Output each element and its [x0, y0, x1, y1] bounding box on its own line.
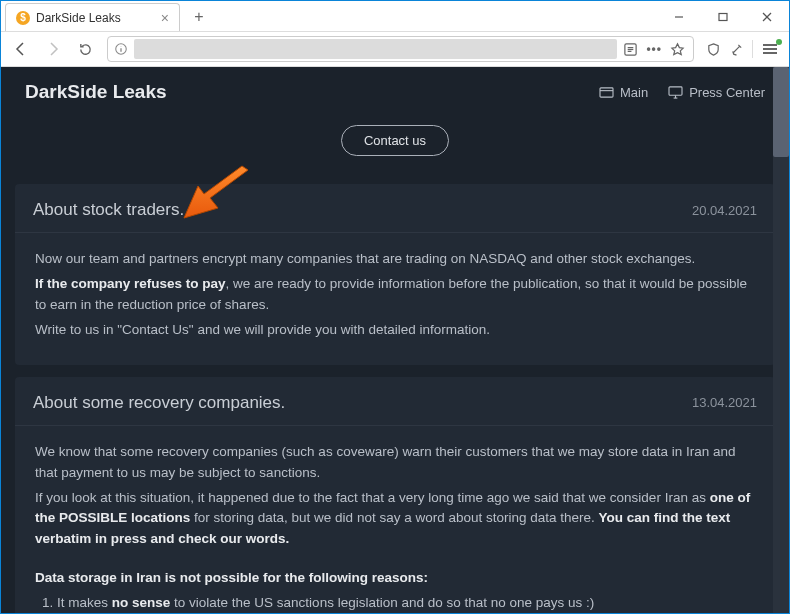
- bookmark-icon[interactable]: [670, 42, 685, 57]
- nav-main-label: Main: [620, 85, 648, 100]
- post-text: Write to us in "Contact Us" and we will …: [35, 320, 755, 341]
- divider: [752, 40, 753, 58]
- post-date: 20.04.2021: [692, 203, 757, 218]
- list-item: It makes no sense to violate the US sanc…: [57, 593, 755, 613]
- post-title: About stock traders.: [33, 200, 184, 220]
- site-brand[interactable]: DarkSide Leaks: [25, 81, 167, 103]
- close-tab-icon[interactable]: ×: [161, 10, 169, 26]
- browser-tab[interactable]: $ DarkSide Leaks ×: [5, 3, 180, 31]
- back-button[interactable]: [7, 35, 35, 63]
- sparkle-icon[interactable]: [729, 42, 744, 57]
- post-text-bold: Data storage in Iran is not possible for…: [35, 570, 428, 585]
- post-date: 13.04.2021: [692, 395, 757, 410]
- page-viewport: DarkSide Leaks Main Press Center Contact…: [1, 67, 789, 613]
- post-text-bold: no sense: [112, 595, 171, 610]
- menu-button[interactable]: [761, 42, 779, 56]
- reasons-list: It makes no sense to violate the US sanc…: [35, 593, 755, 613]
- close-window-button[interactable]: [745, 3, 789, 31]
- page-actions-icon[interactable]: •••: [646, 42, 662, 56]
- window-title-bar: $ DarkSide Leaks × +: [1, 1, 789, 31]
- main-icon: [599, 86, 614, 99]
- reload-button[interactable]: [71, 35, 99, 63]
- post-body: We know that some recovery companies (su…: [15, 426, 775, 613]
- contact-us-button[interactable]: Contact us: [341, 125, 449, 156]
- reader-mode-icon[interactable]: [623, 42, 638, 57]
- toolbar-right: [702, 40, 783, 58]
- site-header: DarkSide Leaks Main Press Center: [1, 67, 789, 115]
- nav-main[interactable]: Main: [599, 85, 648, 100]
- post-text: Data storage in Iran is not possible for…: [35, 568, 755, 589]
- notification-dot-icon: [776, 39, 782, 45]
- svg-rect-13: [669, 86, 682, 94]
- tab-title: DarkSide Leaks: [36, 11, 121, 25]
- scrollbar-track[interactable]: [773, 67, 789, 613]
- url-actions: •••: [623, 42, 687, 57]
- nav-press-label: Press Center: [689, 85, 765, 100]
- page-content: DarkSide Leaks Main Press Center Contact…: [1, 67, 789, 613]
- maximize-button[interactable]: [701, 3, 745, 31]
- post-recovery-companies: About some recovery companies. 13.04.202…: [15, 377, 775, 613]
- post-text-span: for storing data, but we did not say a w…: [190, 510, 598, 525]
- tab-strip: $ DarkSide Leaks × +: [1, 1, 212, 31]
- post-text: Now our team and partners encrypt many c…: [35, 249, 755, 270]
- partial-section: Contact us: [1, 115, 789, 172]
- nav-press-center[interactable]: Press Center: [668, 85, 765, 100]
- post-text: We know that some recovery companies (su…: [35, 442, 755, 484]
- post-header: About stock traders. 20.04.2021: [15, 184, 775, 233]
- address-bar[interactable]: •••: [107, 36, 694, 62]
- url-input[interactable]: [134, 39, 617, 59]
- browser-toolbar: •••: [1, 31, 789, 67]
- post-header: About some recovery companies. 13.04.202…: [15, 377, 775, 426]
- tab-favicon: $: [16, 11, 30, 25]
- new-tab-button[interactable]: +: [186, 4, 212, 30]
- monitor-icon: [668, 86, 683, 99]
- post-text: If you look at this situation, it happen…: [35, 488, 755, 551]
- post-text: If the company refuses to pay, we are re…: [35, 274, 755, 316]
- forward-button[interactable]: [39, 35, 67, 63]
- site-nav: Main Press Center: [599, 85, 765, 100]
- post-text-bold: If the company refuses to pay: [35, 276, 226, 291]
- post-text-span: to violate the US sanctions legislation …: [170, 595, 594, 610]
- shield-icon[interactable]: [706, 42, 721, 57]
- site-info-icon[interactable]: [114, 42, 128, 56]
- post-body: Now our team and partners encrypt many c…: [15, 233, 775, 365]
- scrollbar-thumb[interactable]: [773, 67, 789, 157]
- svg-rect-11: [600, 87, 613, 96]
- svg-rect-1: [719, 14, 727, 21]
- post-stock-traders: About stock traders. 20.04.2021 Now our …: [15, 184, 775, 365]
- post-title: About some recovery companies.: [33, 393, 285, 413]
- minimize-button[interactable]: [657, 3, 701, 31]
- post-text-span: It makes: [57, 595, 112, 610]
- window-controls: [657, 3, 789, 31]
- post-text-span: If you look at this situation, it happen…: [35, 490, 710, 505]
